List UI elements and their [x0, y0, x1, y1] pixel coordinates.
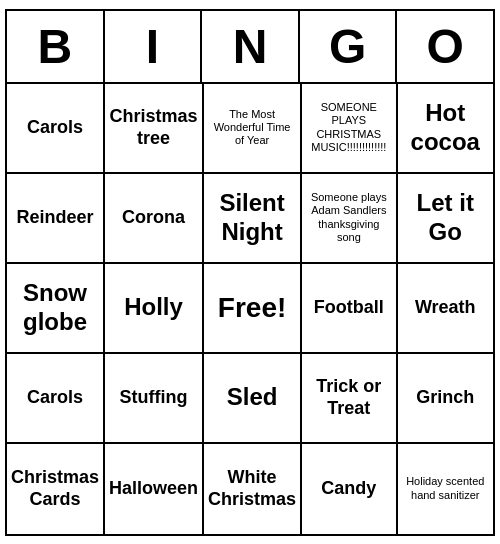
bingo-card: BINGO CarolsChristmas treeThe Most Wonde…	[5, 9, 495, 536]
bingo-cell-11: Holly	[105, 264, 204, 354]
bingo-grid: CarolsChristmas treeThe Most Wonderful T…	[7, 84, 493, 534]
header-letter-g: G	[300, 11, 398, 84]
header-letter-o: O	[397, 11, 493, 84]
bingo-cell-10: Snow globe	[7, 264, 105, 354]
header-letter-b: B	[7, 11, 105, 84]
bingo-cell-1: Christmas tree	[105, 84, 204, 174]
bingo-cell-14: Wreath	[398, 264, 493, 354]
bingo-cell-5: Reindeer	[7, 174, 105, 264]
bingo-cell-9: Let it Go	[398, 174, 493, 264]
bingo-cell-22: White Christmas	[204, 444, 302, 534]
header-letter-n: N	[202, 11, 300, 84]
bingo-cell-18: Trick or Treat	[302, 354, 397, 444]
bingo-cell-21: Halloween	[105, 444, 204, 534]
header-letter-i: I	[105, 11, 203, 84]
bingo-cell-19: Grinch	[398, 354, 493, 444]
bingo-cell-7: Silent Night	[204, 174, 302, 264]
bingo-cell-4: Hot cocoa	[398, 84, 493, 174]
bingo-header: BINGO	[7, 11, 493, 84]
bingo-cell-15: Carols	[7, 354, 105, 444]
bingo-cell-16: Stuffing	[105, 354, 204, 444]
bingo-cell-13: Football	[302, 264, 397, 354]
bingo-cell-6: Corona	[105, 174, 204, 264]
bingo-cell-20: Christmas Cards	[7, 444, 105, 534]
bingo-cell-23: Candy	[302, 444, 397, 534]
bingo-cell-12: Free!	[204, 264, 302, 354]
bingo-cell-17: Sled	[204, 354, 302, 444]
bingo-cell-24: Holiday scented hand sanitizer	[398, 444, 493, 534]
bingo-cell-8: Someone plays Adam Sandlers thanksgiving…	[302, 174, 397, 264]
bingo-cell-3: SOMEONE PLAYS CHRISTMAS MUSIC!!!!!!!!!!!…	[302, 84, 397, 174]
bingo-cell-0: Carols	[7, 84, 105, 174]
bingo-cell-2: The Most Wonderful Time of Year	[204, 84, 302, 174]
